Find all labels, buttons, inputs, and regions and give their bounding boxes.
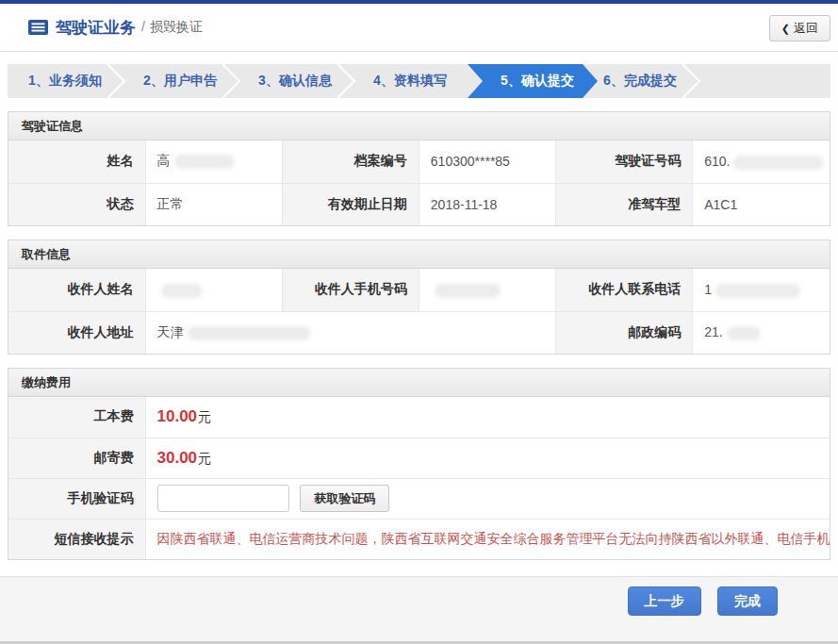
- footer-bar: 上一步 完成: [0, 577, 838, 641]
- zip-code-value: 21.: [693, 311, 830, 354]
- sms-code-label: 手机验证码: [8, 478, 145, 519]
- fee-unit: 元: [198, 451, 211, 466]
- recipient-phone-value: 1: [693, 269, 830, 311]
- recipient-mobile-label: 收件人手机号码: [282, 269, 419, 311]
- redaction-smudge: [715, 284, 800, 298]
- recipient-address-label: 收件人地址: [8, 311, 145, 354]
- recipient-name-label: 收件人姓名: [8, 269, 145, 311]
- fees-section: 缴纳费用 工本费 10.00元 邮寄费 30.00元 手机验证码 获取验证码 短…: [8, 368, 830, 560]
- table-row: 邮寄费 30.00元: [8, 438, 830, 478]
- status-label: 状态: [8, 183, 145, 225]
- fee-amount: 30.00: [157, 449, 198, 467]
- step-2-user-declaration: 2、用户申告: [123, 64, 238, 98]
- postage-fee-label: 邮寄费: [8, 438, 145, 478]
- breadcrumb-current: 损毁换证: [150, 19, 203, 34]
- back-chevron-icon: ❮: [781, 23, 790, 35]
- step-5-confirm-submit-active: 5、确认提交: [468, 64, 598, 98]
- fees-section-title: 缴纳费用: [8, 369, 830, 397]
- pickup-info-section: 取件信息 收件人姓名 收件人手机号码 收件人联系电话 1 收件人地址 天津 邮政…: [8, 239, 830, 355]
- breadcrumb-separator: /: [141, 19, 145, 34]
- table-row: 工本费 10.00元: [8, 397, 830, 438]
- redaction-smudge: [161, 284, 203, 298]
- step-1-business-notice: 1、业务须知: [8, 64, 123, 98]
- production-fee-value: 10.00元: [145, 397, 830, 438]
- redaction-smudge: [733, 156, 824, 170]
- back-button-label: 返回: [794, 20, 818, 37]
- table-row: 收件人地址 天津 邮政编码 21.: [8, 311, 830, 354]
- step-wizard: 1、业务须知 2、用户申告 3、确认信息 4、资料填写 5、确认提交 6、完成提…: [8, 64, 830, 98]
- zip-code-label: 邮政编码: [556, 311, 693, 354]
- page-title: 驾驶证业务: [56, 17, 136, 39]
- expiry-date-label: 有效期止日期: [282, 183, 419, 225]
- form-list-icon: [28, 20, 48, 35]
- file-number-label: 档案编号: [282, 140, 419, 183]
- redaction-smudge: [174, 155, 235, 169]
- table-row: 姓名 高 档案编号 610300****85 驾驶证号码 610.: [8, 140, 830, 183]
- license-number-label: 驾驶证号码: [556, 140, 693, 183]
- page: 驾驶证业务 /损毁换证 ❮返回 1、业务须知 2、用户申告 3、确认信息 4、资…: [0, 0, 838, 644]
- step-4-fill-data: 4、资料填写: [353, 64, 468, 98]
- step-6-complete-submit: 6、完成提交: [583, 64, 698, 98]
- table-row: 短信接收提示 因陕西省联通、电信运营商技术问题，陕西省互联网交通安全综合服务管理…: [8, 519, 830, 559]
- redaction-smudge: [727, 326, 761, 340]
- table-row: 状态 正常 有效期止日期 2018-11-18 准驾车型 A1C1: [8, 183, 830, 225]
- sms-code-input[interactable]: [157, 485, 289, 512]
- vehicle-class-value: A1C1: [693, 183, 830, 225]
- status-value: 正常: [145, 183, 282, 225]
- sms-notice-text: 因陕西省联通、电信运营商技术问题，陕西省互联网交通安全综合服务管理平台无法向持陕…: [157, 531, 830, 546]
- expiry-date-value: 2018-11-18: [419, 183, 555, 225]
- license-number-value: 610.: [693, 140, 830, 183]
- redaction-smudge: [435, 284, 501, 298]
- sms-notice-cell: 因陕西省联通、电信运营商技术问题，陕西省互联网交通安全综合服务管理平台无法向持陕…: [145, 519, 830, 559]
- license-info-table: 姓名 高 档案编号 610300****85 驾驶证号码 610. 状态 正常 …: [8, 140, 830, 225]
- production-fee-label: 工本费: [8, 397, 145, 438]
- pickup-section-title: 取件信息: [8, 240, 830, 269]
- recipient-mobile-value: [419, 269, 555, 311]
- recipient-phone-label: 收件人联系电话: [556, 269, 693, 311]
- license-section-title: 驾驶证信息: [8, 112, 830, 140]
- table-row: 收件人姓名 收件人手机号码 收件人联系电话 1: [8, 269, 830, 311]
- redaction-smudge: [188, 326, 310, 340]
- sms-notice-label: 短信接收提示: [8, 519, 145, 559]
- fees-table: 工本费 10.00元 邮寄费 30.00元 手机验证码 获取验证码 短信接收提示…: [8, 397, 830, 559]
- postage-fee-value: 30.00元: [145, 438, 830, 478]
- recipient-address-value: 天津: [145, 311, 556, 354]
- page-subtitle: /损毁换证: [141, 19, 203, 36]
- back-button[interactable]: ❮返回: [769, 15, 830, 41]
- recipient-name-value: [145, 269, 282, 311]
- name-value: 高: [145, 140, 282, 183]
- get-sms-code-button[interactable]: 获取验证码: [300, 485, 389, 512]
- table-row: 手机验证码 获取验证码: [8, 478, 830, 519]
- finish-button[interactable]: 完成: [717, 586, 778, 616]
- license-info-section: 驾驶证信息 姓名 高 档案编号 610300****85 驾驶证号码 610. …: [8, 111, 830, 226]
- pickup-info-table: 收件人姓名 收件人手机号码 收件人联系电话 1 收件人地址 天津 邮政编码 21…: [8, 269, 830, 354]
- sms-code-cell: 获取验证码: [145, 478, 830, 519]
- previous-step-button[interactable]: 上一步: [628, 586, 701, 616]
- fee-unit: 元: [198, 409, 211, 424]
- vehicle-class-label: 准驾车型: [556, 183, 693, 225]
- step-3-confirm-info: 3、确认信息: [238, 64, 353, 98]
- file-number-value: 610300****85: [419, 140, 555, 183]
- name-label: 姓名: [8, 140, 145, 183]
- header: 驾驶证业务 /损毁换证 ❮返回: [0, 4, 838, 52]
- step-bar-filler: [698, 64, 830, 98]
- fee-amount: 10.00: [157, 407, 198, 425]
